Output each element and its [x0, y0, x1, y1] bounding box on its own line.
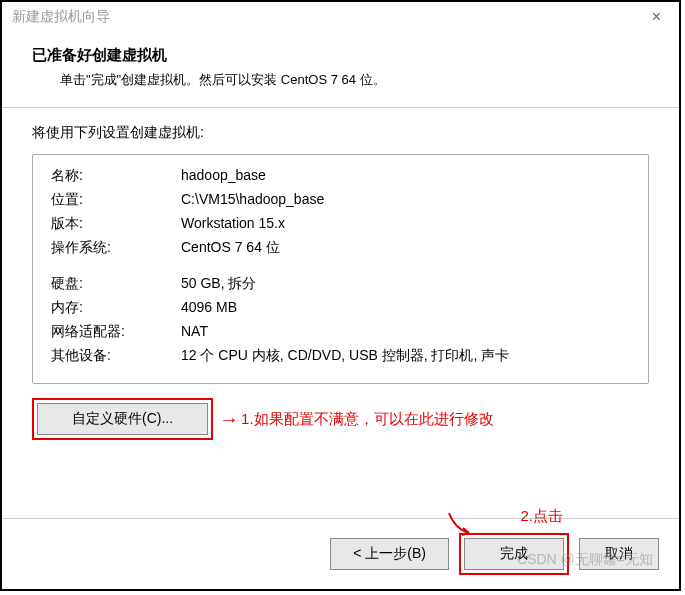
setting-value: 50 GB, 拆分	[181, 275, 630, 293]
close-icon[interactable]: ×	[644, 8, 669, 26]
window-title: 新建虚拟机向导	[12, 8, 110, 26]
setting-row-disk: 硬盘: 50 GB, 拆分	[51, 275, 630, 293]
setting-label: 其他设备:	[51, 347, 181, 365]
setting-value: Workstation 15.x	[181, 215, 630, 233]
setting-value: hadoop_base	[181, 167, 630, 185]
setting-label: 名称:	[51, 167, 181, 185]
setting-value: 4096 MB	[181, 299, 630, 317]
content-area: 将使用下列设置创建虚拟机: 名称: hadoop_base 位置: C:\VM1…	[2, 108, 679, 450]
back-button[interactable]: < 上一步(B)	[330, 538, 449, 570]
setting-row-network: 网络适配器: NAT	[51, 323, 630, 341]
setting-label: 位置:	[51, 191, 181, 209]
finish-button-wrap: 2.点击 完成	[459, 533, 569, 575]
setting-row-memory: 内存: 4096 MB	[51, 299, 630, 317]
setting-row-other: 其他设备: 12 个 CPU 内核, CD/DVD, USB 控制器, 打印机,…	[51, 347, 630, 365]
customize-hardware-row: 自定义硬件(C)... → 1.如果配置不满意，可以在此进行修改	[32, 398, 649, 440]
setting-label: 硬盘:	[51, 275, 181, 293]
arrow-curved-icon	[445, 511, 481, 539]
header-section: 已准备好创建虚拟机 单击"完成"创建虚拟机。然后可以安装 CentOS 7 64…	[2, 32, 679, 107]
finish-button[interactable]: 完成	[464, 538, 564, 570]
page-subtitle: 单击"完成"创建虚拟机。然后可以安装 CentOS 7 64 位。	[32, 71, 649, 89]
setting-label: 网络适配器:	[51, 323, 181, 341]
setting-row-version: 版本: Workstation 15.x	[51, 215, 630, 233]
setting-value: NAT	[181, 323, 630, 341]
setting-row-os: 操作系统: CentOS 7 64 位	[51, 239, 630, 257]
intro-text: 将使用下列设置创建虚拟机:	[32, 124, 649, 142]
wizard-window: 新建虚拟机向导 × 已准备好创建虚拟机 单击"完成"创建虚拟机。然后可以安装 C…	[0, 0, 681, 591]
annotation-highlight-box: 自定义硬件(C)...	[32, 398, 213, 440]
setting-label: 版本:	[51, 215, 181, 233]
setting-label: 操作系统:	[51, 239, 181, 257]
arrow-right-icon: →	[219, 408, 239, 431]
setting-label: 内存:	[51, 299, 181, 317]
cancel-button[interactable]: 取消	[579, 538, 659, 570]
settings-summary-box: 名称: hadoop_base 位置: C:\VM15\hadoop_base …	[32, 154, 649, 384]
setting-value: C:\VM15\hadoop_base	[181, 191, 630, 209]
customize-hardware-button[interactable]: 自定义硬件(C)...	[37, 403, 208, 435]
annotation-highlight-box: 完成	[459, 533, 569, 575]
setting-row-location: 位置: C:\VM15\hadoop_base	[51, 191, 630, 209]
annotation-step1-text: 1.如果配置不满意，可以在此进行修改	[241, 410, 494, 429]
footer-button-bar: < 上一步(B) 2.点击 完成 取消	[2, 518, 679, 589]
annotation-step2-text: 2.点击	[520, 507, 563, 526]
setting-row-name: 名称: hadoop_base	[51, 167, 630, 185]
page-title: 已准备好创建虚拟机	[32, 46, 649, 65]
titlebar: 新建虚拟机向导 ×	[2, 2, 679, 32]
setting-value: 12 个 CPU 内核, CD/DVD, USB 控制器, 打印机, 声卡	[181, 347, 630, 365]
setting-value: CentOS 7 64 位	[181, 239, 630, 257]
